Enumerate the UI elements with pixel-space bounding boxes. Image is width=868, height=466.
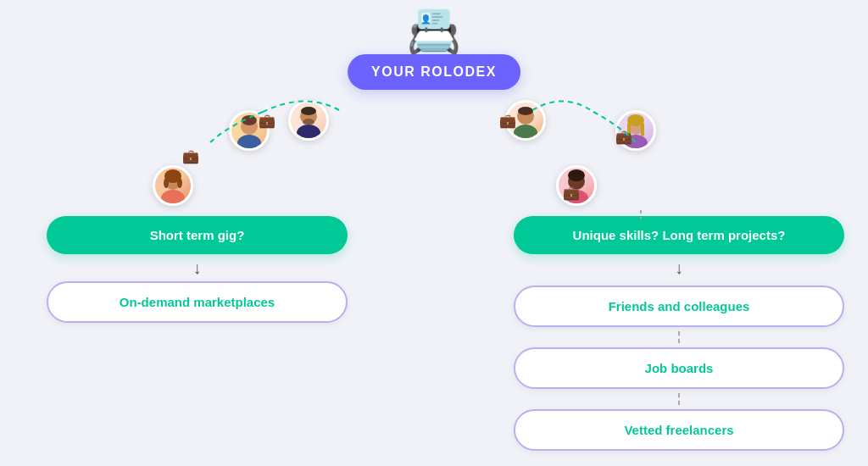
rolodex-label: YOUR ROLODEX [348,54,520,90]
svg-point-5 [177,178,182,188]
svg-rect-20 [641,123,644,136]
friends-colleagues-box: Friends and colleagues [514,286,844,327]
briefcase-icon-1: 💼 [182,148,199,164]
right-column: Unique skills? Long term projects? ↓ Fri… [514,216,844,455]
svg-point-8 [242,115,257,125]
svg-point-4 [164,178,169,188]
left-column: Short term gig? ↓ On-demand marketplaces [47,216,348,323]
svg-point-7 [237,135,261,148]
dashed-connector-2 [678,393,680,405]
briefcase-icon-5: 💼 [563,185,580,201]
svg-point-11 [301,107,316,115]
on-demand-box: On-demand marketplaces [47,281,348,323]
rolodex-section: 📇 YOUR ROLODEX [348,8,520,90]
briefcase-icon-4: 💼 [615,129,632,145]
briefcase-icon-3: 💼 [499,113,516,129]
svg-point-23 [568,169,585,181]
job-boards-box: Job boards [514,347,844,389]
short-term-gig-box: Short term gig? [47,216,348,254]
briefcase-icon-2: 💼 [259,113,275,129]
svg-point-15 [518,107,533,115]
arrow-down-left: ↓ [193,259,202,276]
avatar-left-woman [153,165,193,206]
main-container: 📇 YOUR ROLODEX [0,0,868,466]
svg-point-14 [514,125,537,138]
avatar-left-man2 [288,100,329,141]
svg-point-10 [297,125,320,138]
rolodex-icon: 📇 [406,8,461,53]
unique-skills-box: Unique skills? Long term projects? [514,216,844,254]
vetted-freelancers-box: Vetted freelancers [514,409,844,451]
svg-point-12 [303,119,314,125]
svg-point-2 [161,190,185,203]
arrow-down-right: ↓ [675,259,683,276]
dashed-connector-1 [678,331,680,343]
